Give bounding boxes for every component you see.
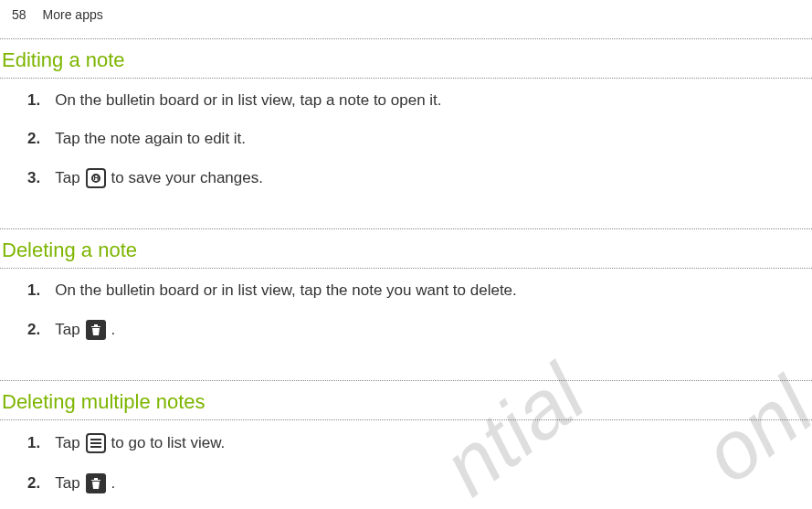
section-heading: Deleting multiple notes: [0, 381, 812, 419]
step-text: Tap to go to list view.: [55, 433, 225, 453]
step-post: to save your changes.: [111, 169, 263, 187]
step-item: 2. Tap the note again to edit it.: [0, 130, 812, 168]
step-list: 1. Tap to go to list view. 2. Tap . 3.: [0, 420, 812, 509]
chapter-label: More apps: [43, 7, 103, 22]
section-heading: Deleting a note: [0, 229, 812, 268]
trash-icon: [86, 320, 106, 340]
page-number: 58: [12, 7, 26, 22]
step-text: Tap .: [55, 473, 115, 493]
step-item: 1. On the bulletin board or in list view…: [0, 281, 812, 320]
step-number: 2.: [27, 321, 40, 339]
step-post: to go to list view.: [111, 434, 226, 452]
trash-icon: [86, 473, 106, 493]
step-number: 1.: [27, 434, 40, 452]
step-text: On the bulletin board or in list view, t…: [55, 91, 441, 110]
step-number: 2.: [27, 130, 40, 148]
step-number: 3.: [27, 169, 40, 187]
section-editing-note: Editing a note 1. On the bulletin board …: [0, 38, 812, 217]
step-item: 2. Tap .: [0, 320, 812, 360]
section-deleting-multiple-notes: Deleting multiple notes 1. Tap to go to …: [0, 380, 812, 509]
step-number: 1.: [27, 91, 40, 110]
save-icon: H: [86, 168, 106, 188]
step-pre: Tap: [55, 434, 79, 452]
step-item: 2. Tap .: [0, 473, 812, 509]
step-list: 1. On the bulletin board or in list view…: [0, 269, 812, 369]
section-heading: Editing a note: [0, 39, 812, 78]
step-item: 1. On the bulletin board or in list view…: [0, 91, 812, 130]
step-text: On the bulletin board or in list view, t…: [55, 281, 517, 300]
step-pre: Tap: [55, 169, 79, 187]
step-text: Tap the note again to edit it.: [55, 130, 246, 148]
step-text: Tap H to save your changes.: [55, 168, 263, 188]
step-item: 1. Tap to go to list view.: [0, 433, 812, 473]
step-text: Tap .: [55, 320, 115, 340]
step-number: 2.: [27, 474, 40, 493]
step-post: .: [111, 321, 116, 339]
page-header: 58 More apps: [0, 0, 812, 38]
section-deleting-note: Deleting a note 1. On the bulletin board…: [0, 228, 812, 369]
step-list: 1. On the bulletin board or in list view…: [0, 79, 812, 217]
step-post: .: [111, 474, 116, 493]
step-item: 3. Tap H to save your changes.: [0, 168, 812, 208]
step-pre: Tap: [55, 321, 79, 339]
list-icon: [86, 433, 106, 453]
step-pre: Tap: [55, 474, 79, 493]
step-number: 1.: [27, 281, 40, 300]
